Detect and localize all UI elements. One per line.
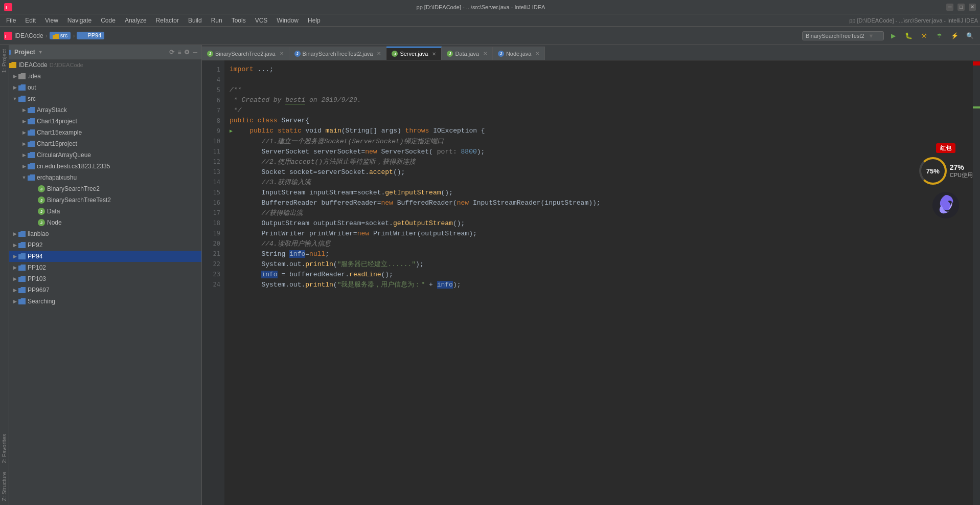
java-file-icon: J <box>38 219 45 226</box>
tree-circular[interactable]: ▶ CircularArrayQueue <box>0 149 201 161</box>
tree-root[interactable]: ▼ IDEACode D:\IDEACode <box>0 59 201 71</box>
run-config-name: BinarySearchTreeTest2 <box>806 33 864 39</box>
tab-label: Data.java <box>455 51 478 57</box>
tab-label: Server.java <box>400 51 428 57</box>
tab-data[interactable]: J Data.java ✕ <box>442 47 492 60</box>
menu-file[interactable]: File <box>2 16 20 25</box>
menu-window[interactable]: Window <box>272 16 303 25</box>
tree-pp102[interactable]: ▶ PP102 <box>0 262 201 273</box>
build-button[interactable]: ⚒ <box>918 30 930 42</box>
maximize-button[interactable]: □ <box>958 4 965 11</box>
folder-icon <box>28 152 35 158</box>
menu-edit[interactable]: Edit <box>21 16 40 25</box>
bc-item-root[interactable]: IDEACode <box>14 32 43 39</box>
bc-folder-src[interactable]: src <box>50 32 71 39</box>
left-panel-tabs: 1: Project 2: Favorites Z: Structure <box>0 45 9 505</box>
tree-out[interactable]: ▶ out <box>0 82 201 93</box>
profiler-button[interactable]: ⚡ <box>948 30 961 42</box>
tab-close-bst2[interactable]: ✕ <box>280 51 284 56</box>
tree-ercha[interactable]: ▼ erchapaixushu <box>0 172 201 183</box>
menu-view[interactable]: View <box>41 16 62 25</box>
tree-bst2[interactable]: J BinarySearchTree2 <box>0 183 201 194</box>
debug-button[interactable]: 🐛 <box>902 30 915 42</box>
project-title: Project <box>14 49 35 56</box>
tab-label: BinarySearchTree2.java <box>215 51 276 57</box>
tree-idea[interactable]: ▶ .idea <box>0 71 201 82</box>
line-numbers: 1 4 5 6 7 8 9 10 11 12 13 14 15 16 17 18… <box>202 60 224 505</box>
tree-src[interactable]: ▼ src <box>0 93 201 104</box>
project-dropdown[interactable]: ▼ <box>38 50 43 55</box>
panel-tab-project[interactable]: 1: Project <box>0 45 9 77</box>
panel-tab-favorites[interactable]: 2: Favorites <box>0 430 9 467</box>
warning-marker <box>973 106 980 108</box>
tree-chart15p[interactable]: ▶ Chart15project <box>0 138 201 149</box>
error-marker <box>973 61 980 65</box>
breadcrumb: I IDEACode › src › PP94 <box>4 32 104 40</box>
tab-bst2[interactable]: J BinarySearchTree2.java ✕ <box>202 47 289 60</box>
search-everywhere-button[interactable]: 🔍 <box>964 30 976 42</box>
editor-area: J BinarySearchTree2.java ✕ J BinarySearc… <box>202 45 980 505</box>
folder-icon <box>18 231 26 237</box>
run-button[interactable]: ▶ <box>887 30 899 42</box>
menu-code[interactable]: Code <box>97 16 120 25</box>
tree-chart15e[interactable]: ▶ Chart15example <box>0 127 201 138</box>
tab-label: Node.java <box>506 51 532 57</box>
menu-help[interactable]: Help <box>304 16 325 25</box>
svg-text:I: I <box>5 34 7 39</box>
toolbar: I IDEACode › src › PP94 BinarySearchTree… <box>0 27 980 45</box>
tab-server[interactable]: J Server.java ✕ <box>386 47 442 60</box>
menu-vcs[interactable]: VCS <box>251 16 272 25</box>
tree-node[interactable]: J Node <box>0 217 201 228</box>
project-collapse-icon[interactable]: ≡ <box>177 49 181 56</box>
menu-analyze[interactable]: Analyze <box>121 16 151 25</box>
tab-close-data[interactable]: ✕ <box>483 51 487 56</box>
menu-build[interactable]: Build <box>184 16 206 25</box>
tree-pp9697[interactable]: ▶ PP9697 <box>0 284 201 296</box>
code-editor[interactable]: import ...; /** * Created by besti on 20… <box>224 60 973 505</box>
minimize-button[interactable]: ─ <box>946 4 953 11</box>
tab-close-bsttest2[interactable]: ✕ <box>377 51 381 56</box>
tree-pp94[interactable]: ▶ PP94 <box>0 251 201 262</box>
tree-searching[interactable]: ▶ Searching <box>0 296 201 307</box>
project-settings-icon[interactable]: ⚙ <box>184 49 190 56</box>
idea-small-icon: I <box>4 32 12 40</box>
java-file-icon: J <box>38 185 45 192</box>
tree-arraystack[interactable]: ▶ ArrayStack <box>0 104 201 116</box>
title-text: pp [D:\IDEACode] - ...\src\Server.java -… <box>15 4 946 10</box>
folder-icon <box>28 163 35 169</box>
bc-folder-pp94[interactable]: PP94 <box>77 32 104 39</box>
java-file-icon: J <box>38 196 45 204</box>
project-minimize-icon[interactable]: ─ <box>193 49 197 56</box>
menu-navigate[interactable]: Navigate <box>63 16 96 25</box>
tab-close-server[interactable]: ✕ <box>432 51 436 57</box>
menu-refactor[interactable]: Refactor <box>152 16 183 25</box>
java-tab-icon: J <box>447 51 453 57</box>
project-path: pp [D:\IDEACode] - ...\src\Server.java -… <box>849 17 978 24</box>
coverage-button[interactable]: ☂ <box>933 30 945 42</box>
tree-pp92[interactable]: ▶ PP92 <box>0 239 201 251</box>
run-config-selector[interactable]: BinarySearchTreeTest2 ▼ <box>802 31 884 40</box>
root-folder-icon <box>9 62 16 68</box>
java-file-icon: J <box>38 208 45 215</box>
menu-tools[interactable]: Tools <box>227 16 250 25</box>
tab-bsttest2[interactable]: J BinarySearchTreeTest2.java ✕ <box>289 47 387 60</box>
tree-pp103[interactable]: ▶ PP103 <box>0 273 201 284</box>
tab-node[interactable]: J Node.java ✕ <box>493 47 545 60</box>
tab-label: BinarySearchTreeTest2.java <box>303 51 373 57</box>
panel-tab-structure[interactable]: Z: Structure <box>0 468 9 505</box>
window-controls: ─ □ ✕ <box>946 4 976 11</box>
tree-bsttest2[interactable]: J BinarySearchTreeTest2 <box>0 194 201 206</box>
folder-icon <box>18 265 26 271</box>
tree-lianbiao[interactable]: ▶ lianbiao <box>0 228 201 239</box>
project-sync-icon[interactable]: ⟳ <box>169 49 174 56</box>
java-tab-icon: J <box>392 51 398 57</box>
java-tab-icon: J <box>498 51 504 57</box>
tree-data[interactable]: J Data <box>0 206 201 217</box>
java-tab-icon: J <box>207 51 213 57</box>
close-button[interactable]: ✕ <box>969 4 976 11</box>
tab-close-node[interactable]: ✕ <box>535 51 539 56</box>
tree-chart14[interactable]: ▶ Chart14project <box>0 116 201 127</box>
src-folder-icon <box>18 96 26 102</box>
menu-run[interactable]: Run <box>207 16 226 25</box>
tree-cn[interactable]: ▶ cn.edu.besti.cs1823.L2335 <box>0 161 201 172</box>
